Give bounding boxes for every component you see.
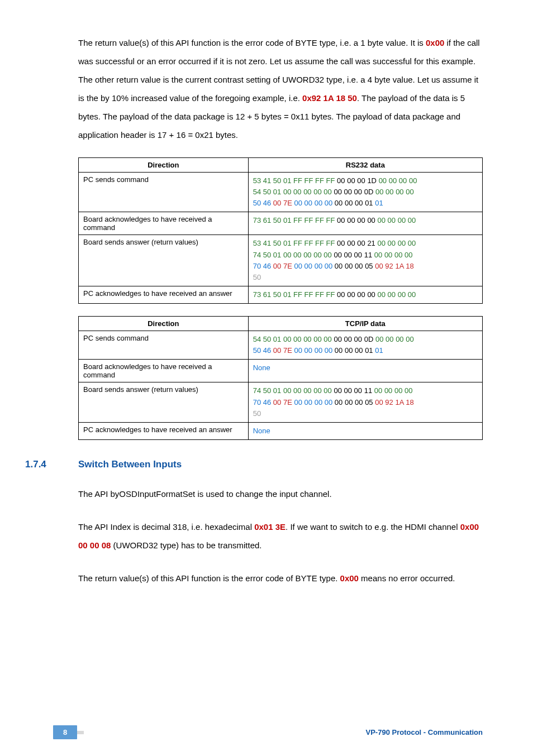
hex-byte: 18 [406,398,413,406]
hex-byte: 01 [283,239,291,247]
hex-byte: FF [304,290,313,299]
hex-byte: 01 [283,290,291,299]
hex-byte: 00 [325,398,332,406]
hex-byte: FF [326,239,335,247]
hex-byte: 50 [273,239,281,247]
hex-byte: 00 [404,386,412,395]
data-cell: None [248,422,482,439]
hex-byte: 01 [365,346,373,355]
hex-byte: 1D [367,176,377,185]
hex-byte: 00 [388,290,396,299]
hex-byte: 00 [409,176,417,185]
hex-byte: 54 [253,188,261,196]
hex-byte: 11 [364,251,372,259]
hex-byte: 00 [335,262,342,270]
hex-byte: 00 [303,251,311,259]
hex-byte: 00 [294,398,302,406]
hex-byte: 00 [406,188,413,196]
hex-byte: FF [293,176,302,185]
hex-byte: 50 [263,335,271,343]
none-value: None [253,427,270,435]
hex-byte: 46 [263,199,271,207]
hex-byte: 73 [253,216,261,224]
hex-byte: 00 [355,199,363,207]
hex-byte: 00 [335,398,342,406]
hex-byte: 7E [283,346,292,355]
hex-byte: 50 [253,409,261,418]
hex-byte: 00 [388,239,396,247]
text: The return value(s) of this API function… [78,573,340,583]
direction-cell: Board sends answer (return values) [79,235,249,286]
hex-byte: 00 [283,251,291,259]
hex-byte: 00 [355,398,363,406]
hex-byte: 73 [253,290,261,299]
table-row: Board acknowledges to have received a co… [79,212,483,235]
hex-byte: 46 [263,262,271,270]
hex-byte: 01 [375,346,383,355]
hex-byte: 00 [334,188,341,196]
hex-byte: 00 [354,335,362,343]
hex-byte: 92 [385,398,393,406]
section-title: Switch Between Inputs [78,459,182,470]
hex-byte: 05 [365,398,373,406]
hex-byte: 50 [263,188,271,196]
hex-byte: 00 [323,335,331,343]
table-row: PC acknowledges to have received an answ… [79,422,483,439]
hex-byte: 00 [325,262,332,270]
hex-byte: 00 [389,176,397,185]
hex-byte: 00 [357,216,365,224]
hex-byte: 00 [367,290,375,299]
rs232-table: Direction RS232 data PC sends command53 … [78,157,483,304]
hex-byte: 00 [335,346,342,355]
hex-byte: 00 [345,346,353,355]
hex-byte: 18 [406,262,413,270]
hex-byte: 41 [263,176,271,185]
hex-byte: 00 [344,335,352,343]
hex-byte: 00 [357,176,365,185]
hex-byte: 00 [408,290,416,299]
text: . If we want to switch to e.g. the HDMI … [285,522,460,532]
para-api-index: The API Index is decimal 318, i.e. hexad… [78,518,483,554]
hex-byte: FF [304,176,313,185]
data-cell: 54 50 01 00 00 00 00 00 00 00 00 0D 00 0… [248,331,482,360]
direction-cell: PC sends command [79,331,249,360]
hex-value: 0x00 [340,573,359,583]
col-rs232-data: RS232 data [248,158,482,173]
hex-byte: 00 [325,199,332,207]
hex-byte: 00 [323,251,331,259]
hex-byte: FF [315,216,324,224]
hex-byte: 53 [253,176,261,185]
hex-value: 0x01 3E [254,522,285,532]
hex-byte: 01 [283,216,291,224]
hex-byte: 61 [263,290,271,299]
hex-byte: 00 [388,216,396,224]
data-cell: 74 50 01 00 00 00 00 00 00 00 00 11 00 0… [248,382,482,422]
hex-byte: 00 [273,346,281,355]
hex-byte: 00 [399,176,407,185]
hex-byte: 00 [345,262,353,270]
hex-byte: 00 [377,290,385,299]
hex-byte: 01 [273,335,281,343]
hex-byte: 01 [273,188,281,196]
hex-byte: FF [315,290,324,299]
hex-byte: 00 [337,239,345,247]
hex-byte: 00 [304,199,312,207]
hex-byte: 00 [355,346,363,355]
hex-byte: 00 [303,188,311,196]
hex-byte: 7E [283,199,292,207]
hex-byte: 70 [253,262,261,270]
hex-byte: 00 [357,290,365,299]
hex-byte: 00 [344,188,352,196]
hex-byte: 00 [374,386,382,395]
hex-byte: 74 [253,386,261,395]
data-cell: None [248,360,482,382]
hex-byte: 01 [273,251,281,259]
hex-byte: 00 [375,188,383,196]
hex-byte: 01 [273,386,281,395]
badge-shadow [77,731,84,734]
table-row: Board sends answer (return values)74 50 … [79,382,483,422]
hex-byte: 1A [395,398,403,406]
hex-byte: 00 [313,386,321,395]
hex-byte: 00 [375,398,383,406]
hex-byte: 00 [337,216,345,224]
